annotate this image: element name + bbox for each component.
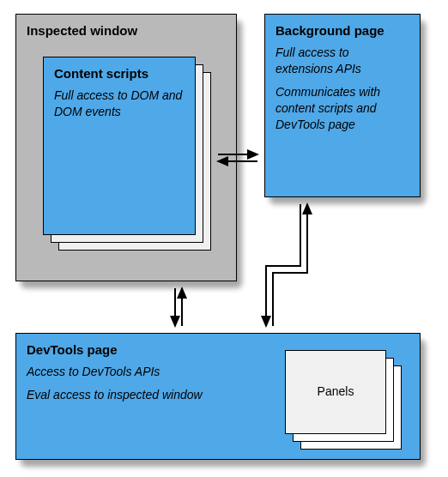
- inspected-window-title: Inspected window: [27, 23, 226, 38]
- content-scripts-box: Content scripts Full access to DOM and D…: [43, 57, 196, 235]
- background-page-desc2: Communicates with content scripts and De…: [275, 84, 409, 133]
- background-page-desc1: Full access to extensions APIs: [275, 45, 409, 77]
- content-scripts-desc: Full access to DOM and DOM events: [54, 88, 185, 120]
- background-page-title: Background page: [275, 23, 409, 38]
- panels-label: Panels: [285, 384, 386, 398]
- content-scripts-title: Content scripts: [54, 66, 185, 81]
- background-page-box: Background page Full access to extension…: [264, 14, 421, 197]
